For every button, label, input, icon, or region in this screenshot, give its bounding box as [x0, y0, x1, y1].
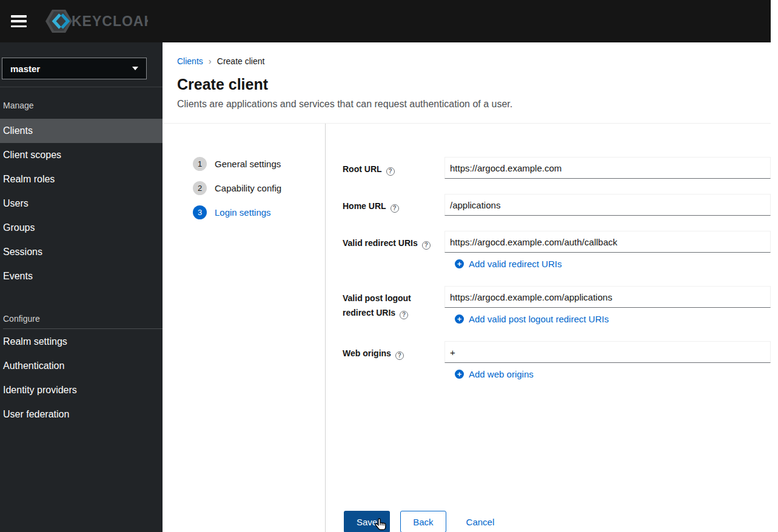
cancel-button[interactable]: Cancel [466, 511, 495, 532]
sidebar-item-realm-settings[interactable]: Realm settings [0, 330, 163, 354]
home-url-group: Home URL? [343, 194, 771, 216]
home-url-input[interactable] [444, 194, 771, 216]
step-label: Capability config [215, 183, 281, 193]
sidebar-item-authentication[interactable]: Authentication [0, 354, 163, 378]
masthead: KEYCLOAK [0, 0, 771, 42]
help-icon[interactable]: ? [395, 351, 404, 360]
hamburger-menu-icon[interactable] [11, 15, 27, 27]
add-link-label: Add valid redirect URIs [469, 259, 562, 269]
valid-post-logout-redirect-uris-input[interactable] [444, 286, 771, 308]
add-icon: + [455, 259, 464, 268]
manage-nav-list: Clients Client scopes Realm roles Users … [0, 119, 163, 288]
add-valid-post-logout-redirect-uris-button[interactable]: + Add valid post logout redirect URIs [455, 314, 609, 324]
breadcrumb-current: Create client [217, 56, 265, 66]
valid-post-logout-redirect-uris-label: Valid post logout redirect URIs? [343, 286, 444, 324]
configure-nav-list: Realm settings Authentication Identity p… [0, 330, 163, 427]
breadcrumb-clients-link[interactable]: Clients [177, 56, 203, 66]
wizard-steps-nav: 1 General settings 2 Capability config 3… [163, 124, 326, 532]
nav-section-manage: Manage [3, 101, 163, 111]
home-url-label: Home URL? [343, 194, 444, 216]
main-content: Clients › Create client Create client Cl… [163, 42, 771, 532]
page-subtitle: Clients are applications and services th… [177, 99, 771, 110]
keycloak-logo[interactable]: KEYCLOAK [45, 8, 148, 35]
breadcrumb: Clients › Create client [163, 42, 771, 66]
valid-post-logout-redirect-uris-group: Valid post logout redirect URIs? + Add v… [343, 286, 771, 324]
brand-wordmark: KEYCLOAK [72, 13, 148, 29]
web-origins-group: Web origins? + Add web origins [343, 341, 771, 379]
wizard-step-login-settings[interactable]: 3 Login settings [193, 200, 325, 224]
step-number-badge: 2 [193, 181, 207, 195]
help-icon[interactable]: ? [422, 241, 431, 250]
help-icon[interactable]: ? [386, 167, 395, 176]
step-number-badge: 3 [193, 205, 207, 219]
sidebar-item-user-federation[interactable]: User federation [0, 402, 163, 427]
add-link-label: Add valid post logout redirect URIs [469, 314, 609, 324]
add-icon: + [455, 370, 464, 379]
sidebar-item-groups[interactable]: Groups [0, 216, 163, 240]
sidebar-item-users[interactable]: Users [0, 191, 163, 216]
chevron-down-icon [132, 67, 138, 70]
login-settings-form: Root URL? Home URL? Vali [326, 124, 771, 532]
sidebar-item-realm-roles[interactable]: Realm roles [0, 167, 163, 191]
sidebar-item-events[interactable]: Events [0, 264, 163, 288]
add-icon: + [455, 314, 464, 324]
sidebar-item-sessions[interactable]: Sessions [0, 240, 163, 264]
page-title: Create client [177, 76, 771, 93]
root-url-label: Root URL? [343, 157, 444, 179]
wizard-footer: Save Back Cancel [343, 511, 771, 532]
step-number-badge: 1 [193, 157, 207, 171]
wizard-step-general-settings[interactable]: 1 General settings [193, 151, 325, 176]
realm-selector-dropdown[interactable]: master [2, 58, 147, 79]
web-origins-label: Web origins? [343, 341, 444, 379]
help-icon[interactable]: ? [400, 311, 408, 319]
breadcrumb-separator-icon: › [209, 56, 212, 66]
add-web-origins-button[interactable]: + Add web origins [455, 369, 534, 379]
sidebar-item-identity-providers[interactable]: Identity providers [0, 378, 163, 402]
realm-name: master [10, 64, 40, 74]
keycloak-admin-console: KEYCLOAK master Manage Clients Client sc… [0, 0, 778, 532]
root-url-input[interactable] [444, 157, 771, 179]
help-icon[interactable]: ? [391, 204, 399, 213]
create-client-wizard: 1 General settings 2 Capability config 3… [163, 124, 771, 532]
add-valid-redirect-uris-button[interactable]: + Add valid redirect URIs [455, 259, 562, 269]
sidebar-item-clients[interactable]: Clients [0, 119, 163, 143]
save-button[interactable]: Save [344, 511, 390, 532]
nav-section-configure: Configure [3, 314, 163, 329]
add-link-label: Add web origins [469, 369, 534, 379]
valid-redirect-uris-input[interactable] [444, 231, 771, 253]
step-label: General settings [215, 159, 281, 169]
sidebar-divider [0, 87, 163, 87]
wizard-step-capability-config[interactable]: 2 Capability config [193, 176, 325, 200]
back-button[interactable]: Back [400, 511, 446, 532]
step-label: Login settings [215, 207, 271, 218]
web-origins-input[interactable] [444, 341, 771, 363]
root-url-group: Root URL? [343, 157, 771, 179]
sidebar-item-client-scopes[interactable]: Client scopes [0, 143, 163, 167]
sidebar-nav: master Manage Clients Client scopes Real… [0, 42, 163, 532]
valid-redirect-uris-group: Valid redirect URIs? + Add valid redirec… [343, 231, 771, 269]
valid-redirect-uris-label: Valid redirect URIs? [343, 231, 444, 269]
